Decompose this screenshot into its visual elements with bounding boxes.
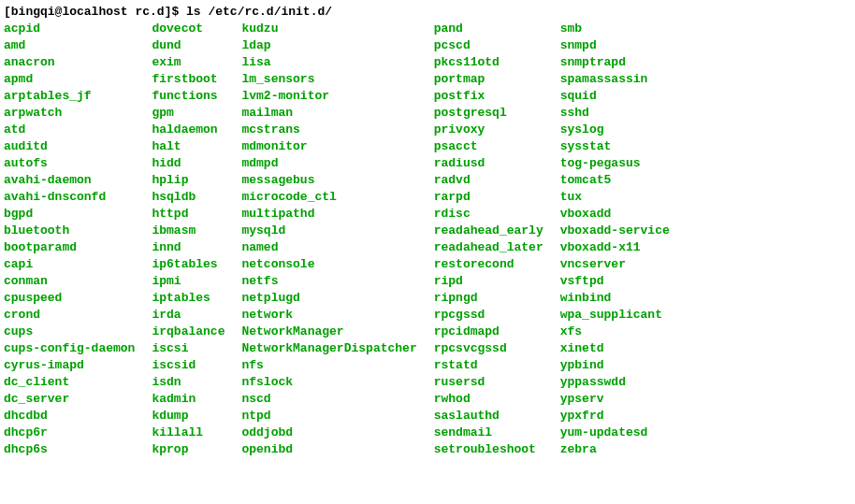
- file-entry: firstboot: [152, 71, 225, 88]
- file-entry: setroubleshoot: [434, 441, 543, 458]
- column-3: kudzuldaplisalm_sensorslvm2-monitormailm…: [241, 21, 416, 458]
- file-entry: halt: [152, 138, 225, 155]
- file-entry: arpwatch: [4, 105, 135, 122]
- file-entry: netfs: [241, 273, 416, 290]
- file-entry: sshd: [560, 105, 670, 122]
- file-entry: pand: [434, 21, 543, 37]
- file-entry: pkcs11otd: [434, 54, 543, 71]
- file-entry: dhcp6s: [4, 441, 135, 458]
- file-entry: kprop: [152, 441, 225, 458]
- prompt-command: ls /etc/rc.d/init.d/: [186, 5, 332, 19]
- column-1: acpidamdanacronapmdarptables_jfarpwatcha…: [4, 21, 135, 458]
- file-entry: mdmpd: [241, 155, 416, 172]
- file-entry: avahi-dnsconfd: [4, 189, 135, 206]
- file-entry: ip6tables: [152, 256, 225, 273]
- file-entry: xinetd: [560, 340, 670, 357]
- file-entry: iptables: [152, 290, 225, 307]
- file-entry: named: [241, 239, 416, 256]
- file-entry: killall: [152, 425, 225, 441]
- file-entry: acpid: [4, 21, 135, 37]
- file-entry: ypxfrd: [560, 408, 670, 425]
- file-entry: vncserver: [560, 256, 670, 273]
- file-entry: snmptrapd: [560, 54, 670, 71]
- file-entry: autofs: [4, 155, 135, 172]
- file-entry: readahead_later: [434, 239, 543, 256]
- file-entry: bluetooth: [4, 223, 135, 239]
- file-entry: radvd: [434, 172, 543, 189]
- file-entry: microcode_ctl: [241, 189, 416, 206]
- file-entry: iscsi: [152, 340, 225, 357]
- file-entry: dhcp6r: [4, 425, 135, 441]
- file-entry: rdisc: [434, 206, 543, 223]
- file-entry: rpcgssd: [434, 307, 543, 324]
- file-listing: acpidamdanacronapmdarptables_jfarpwatcha…: [4, 21, 851, 458]
- file-entry: smb: [560, 21, 670, 37]
- file-entry: irda: [152, 307, 225, 324]
- file-entry: mailman: [241, 105, 416, 122]
- file-entry: netconsole: [241, 256, 416, 273]
- file-entry: arptables_jf: [4, 88, 135, 105]
- file-entry: bootparamd: [4, 239, 135, 256]
- file-entry: readahead_early: [434, 223, 543, 239]
- file-entry: multipathd: [241, 206, 416, 223]
- file-entry: tomcat5: [560, 172, 670, 189]
- file-entry: yppasswdd: [560, 374, 670, 391]
- file-entry: openibd: [241, 441, 416, 458]
- file-entry: winbind: [560, 290, 670, 307]
- file-entry: hplip: [152, 172, 225, 189]
- file-entry: kdump: [152, 408, 225, 425]
- file-entry: irqbalance: [152, 324, 225, 340]
- file-entry: cyrus-imapd: [4, 357, 135, 374]
- file-entry: cups-config-daemon: [4, 340, 135, 357]
- file-entry: cpuspeed: [4, 290, 135, 307]
- file-entry: atd: [4, 122, 135, 138]
- file-entry: anacron: [4, 54, 135, 71]
- file-entry: capi: [4, 256, 135, 273]
- file-entry: ripngd: [434, 290, 543, 307]
- file-entry: ntpd: [241, 408, 416, 425]
- file-entry: rarpd: [434, 189, 543, 206]
- column-5: smbsnmpdsnmptrapdspamassassinsquidsshdsy…: [560, 21, 670, 458]
- file-entry: pcscd: [434, 37, 543, 54]
- file-entry: ldap: [241, 37, 416, 54]
- file-entry: httpd: [152, 206, 225, 223]
- file-entry: mdmonitor: [241, 138, 416, 155]
- file-entry: exim: [152, 54, 225, 71]
- file-entry: ipmi: [152, 273, 225, 290]
- file-entry: vboxadd-service: [560, 223, 670, 239]
- file-entry: auditd: [4, 138, 135, 155]
- file-entry: hidd: [152, 155, 225, 172]
- file-entry: vboxadd-x11: [560, 239, 670, 256]
- file-entry: iscsid: [152, 357, 225, 374]
- file-entry: amd: [4, 37, 135, 54]
- file-entry: functions: [152, 88, 225, 105]
- file-entry: radiusd: [434, 155, 543, 172]
- file-entry: lvm2-monitor: [241, 88, 416, 105]
- file-entry: cups: [4, 324, 135, 340]
- file-entry: spamassassin: [560, 71, 670, 88]
- file-entry: psacct: [434, 138, 543, 155]
- file-entry: portmap: [434, 71, 543, 88]
- file-entry: zebra: [560, 441, 670, 458]
- file-entry: conman: [4, 273, 135, 290]
- file-entry: ypbind: [560, 357, 670, 374]
- file-entry: privoxy: [434, 122, 543, 138]
- file-entry: kadmin: [152, 391, 225, 408]
- file-entry: network: [241, 307, 416, 324]
- file-entry: dc_client: [4, 374, 135, 391]
- file-entry: rusersd: [434, 374, 543, 391]
- file-entry: innd: [152, 239, 225, 256]
- file-entry: ypserv: [560, 391, 670, 408]
- file-entry: mysqld: [241, 223, 416, 239]
- file-entry: rwhod: [434, 391, 543, 408]
- file-entry: postfix: [434, 88, 543, 105]
- file-entry: lm_sensors: [241, 71, 416, 88]
- file-entry: mcstrans: [241, 122, 416, 138]
- file-entry: vboxadd: [560, 206, 670, 223]
- file-entry: kudzu: [241, 21, 416, 37]
- file-entry: restorecond: [434, 256, 543, 273]
- file-entry: vsftpd: [560, 273, 670, 290]
- file-entry: avahi-daemon: [4, 172, 135, 189]
- file-entry: dovecot: [152, 21, 225, 37]
- file-entry: NetworkManager: [241, 324, 416, 340]
